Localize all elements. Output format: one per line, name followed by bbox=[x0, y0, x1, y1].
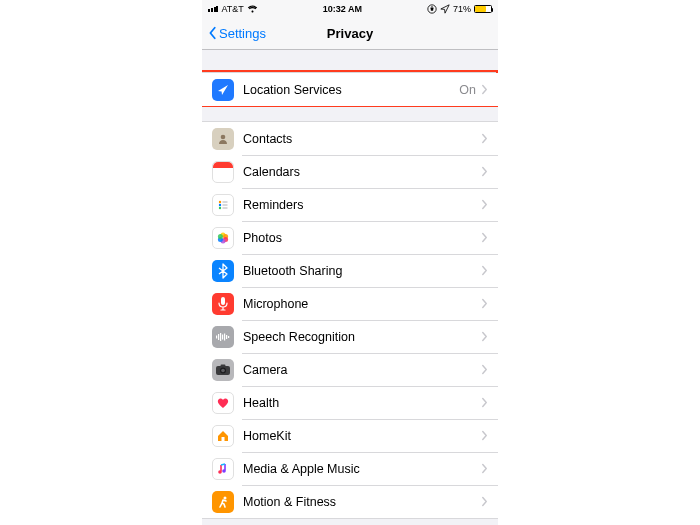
rotation-lock-icon bbox=[427, 4, 437, 14]
svg-point-2 bbox=[221, 134, 226, 139]
svg-point-28 bbox=[218, 470, 222, 474]
settings-row-bluetooth[interactable]: Bluetooth Sharing bbox=[202, 254, 498, 287]
chevron-right-icon bbox=[481, 397, 488, 408]
svg-point-29 bbox=[222, 469, 226, 473]
calendars-icon bbox=[212, 161, 234, 183]
chevron-right-icon bbox=[481, 496, 488, 507]
battery-fill bbox=[475, 6, 486, 12]
health-icon bbox=[212, 392, 234, 414]
status-time: 10:32 AM bbox=[323, 4, 362, 14]
chevron-right-icon bbox=[481, 133, 488, 144]
row-label: Media & Apple Music bbox=[243, 462, 481, 476]
chevron-right-icon bbox=[481, 84, 488, 95]
speech-icon bbox=[212, 326, 234, 348]
signal-icon bbox=[208, 6, 218, 12]
row-label: Calendars bbox=[243, 165, 481, 179]
settings-row-homekit[interactable]: HomeKit bbox=[202, 419, 498, 452]
camera-icon bbox=[212, 359, 234, 381]
chevron-right-icon bbox=[481, 232, 488, 243]
chevron-right-icon bbox=[481, 298, 488, 309]
row-label: Location Services bbox=[243, 83, 459, 97]
row-label: Reminders bbox=[243, 198, 481, 212]
mic-icon bbox=[212, 293, 234, 315]
battery-pct-label: 71% bbox=[453, 4, 471, 14]
bluetooth-icon bbox=[212, 260, 234, 282]
row-label: Microphone bbox=[243, 297, 481, 311]
nav-bar: Settings Privacy bbox=[202, 17, 498, 50]
chevron-right-icon bbox=[481, 166, 488, 177]
contacts-icon bbox=[212, 128, 234, 150]
row-label: Photos bbox=[243, 231, 481, 245]
chevron-right-icon bbox=[481, 463, 488, 474]
svg-point-14 bbox=[218, 234, 223, 239]
svg-rect-7 bbox=[223, 204, 228, 205]
svg-rect-15 bbox=[221, 297, 225, 305]
row-label: Speech Recognition bbox=[243, 330, 481, 344]
settings-row-media[interactable]: Media & Apple Music bbox=[202, 452, 498, 485]
svg-point-26 bbox=[221, 368, 225, 372]
settings-row-reminders[interactable]: Reminders bbox=[202, 188, 498, 221]
svg-rect-17 bbox=[218, 334, 219, 340]
settings-section-1: Location ServicesOn bbox=[202, 72, 498, 107]
settings-row-camera[interactable]: Camera bbox=[202, 353, 498, 386]
back-label: Settings bbox=[219, 26, 266, 41]
svg-rect-24 bbox=[221, 364, 226, 366]
photos-icon bbox=[212, 227, 234, 249]
row-label: Motion & Fitness bbox=[243, 495, 481, 509]
svg-rect-8 bbox=[223, 207, 228, 208]
svg-rect-22 bbox=[228, 336, 229, 338]
location-icon bbox=[212, 79, 234, 101]
svg-rect-18 bbox=[220, 333, 221, 341]
row-label: Health bbox=[243, 396, 481, 410]
settings-row-photos[interactable]: Photos bbox=[202, 221, 498, 254]
back-button[interactable]: Settings bbox=[208, 26, 266, 41]
homekit-icon bbox=[212, 425, 234, 447]
battery-icon bbox=[474, 5, 492, 13]
row-label: Contacts bbox=[243, 132, 481, 146]
status-left: AT&T bbox=[208, 4, 258, 14]
svg-point-4 bbox=[219, 203, 221, 205]
row-label: Camera bbox=[243, 363, 481, 377]
chevron-left-icon bbox=[208, 26, 218, 40]
svg-point-3 bbox=[219, 200, 221, 202]
svg-rect-27 bbox=[222, 437, 225, 441]
svg-rect-21 bbox=[226, 335, 227, 339]
wifi-icon bbox=[247, 5, 258, 13]
chevron-right-icon bbox=[481, 265, 488, 276]
settings-row-mic[interactable]: Microphone bbox=[202, 287, 498, 320]
settings-row-motion[interactable]: Motion & Fitness bbox=[202, 485, 498, 518]
media-icon bbox=[212, 458, 234, 480]
row-label: HomeKit bbox=[243, 429, 481, 443]
chevron-right-icon bbox=[481, 364, 488, 375]
chevron-right-icon bbox=[481, 331, 488, 342]
settings-row-speech[interactable]: Speech Recognition bbox=[202, 320, 498, 353]
row-value: On bbox=[459, 83, 476, 97]
svg-rect-20 bbox=[224, 333, 225, 340]
settings-row-contacts[interactable]: Contacts bbox=[202, 122, 498, 155]
settings-section-2: ContactsCalendarsRemindersPhotosBluetoot… bbox=[202, 121, 498, 519]
status-right: 71% bbox=[427, 4, 492, 14]
chevron-right-icon bbox=[481, 199, 488, 210]
location-arrow-icon bbox=[440, 4, 450, 14]
svg-point-30 bbox=[224, 496, 227, 499]
svg-rect-6 bbox=[223, 201, 228, 202]
svg-rect-16 bbox=[216, 335, 217, 338]
settings-row-health[interactable]: Health bbox=[202, 386, 498, 419]
carrier-label: AT&T bbox=[221, 4, 243, 14]
status-bar: AT&T 10:32 AM 71% bbox=[202, 0, 498, 17]
row-label: Bluetooth Sharing bbox=[243, 264, 481, 278]
settings-row-calendars[interactable]: Calendars bbox=[202, 155, 498, 188]
reminders-icon bbox=[212, 194, 234, 216]
svg-point-5 bbox=[219, 206, 221, 208]
phone-screen: AT&T 10:32 AM 71% Set bbox=[202, 0, 498, 525]
svg-rect-19 bbox=[222, 334, 223, 339]
motion-icon bbox=[212, 491, 234, 513]
settings-row-location[interactable]: Location ServicesOn bbox=[202, 73, 498, 106]
chevron-right-icon bbox=[481, 430, 488, 441]
svg-rect-1 bbox=[431, 7, 434, 10]
